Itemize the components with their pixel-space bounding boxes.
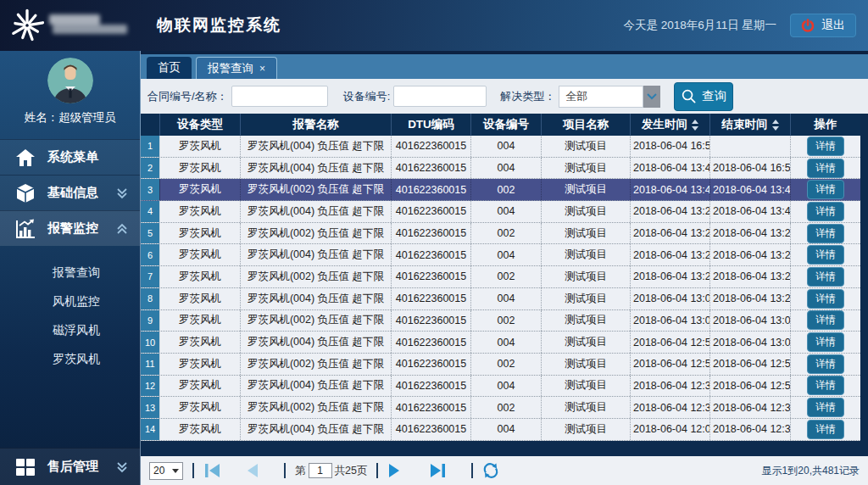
table-row[interactable]: 11 罗茨风机 罗茨风机(002) 负压值 超下限 401622360015 0… [141,354,860,376]
start-time-cell: 2018-06-04 13:4 [631,179,710,200]
device-type-cell: 罗茨风机 [160,310,241,332]
project-name-cell: 测试项目 [542,244,631,265]
sidebar-item-after-sales[interactable]: 售后管理 [0,448,140,485]
logout-button[interactable]: 退出 [790,14,856,37]
end-time-cell: 2018-06-04 13:2 [710,244,791,265]
detail-button[interactable]: 详情 [807,159,844,178]
query-button[interactable]: 查询 [674,82,733,111]
row-number: 11 [141,354,160,375]
device-code-cell: 002 [471,223,542,244]
detail-button[interactable]: 详情 [807,180,844,199]
table-row[interactable]: 6 罗茨风机 罗茨风机(004) 负压值 超下限 401622360015 00… [141,244,860,266]
table-row[interactable]: 8 罗茨风机 罗茨风机(004) 负压值 超下限 401622360015 00… [141,288,860,310]
detail-button[interactable]: 详情 [807,354,844,374]
end-time-cell: 2018-06-04 12:5 [710,354,791,375]
sidebar-subitem-alarm-query[interactable]: 报警查询 [0,258,140,287]
start-time-cell: 2018-06-04 12:3 [631,397,710,418]
device-type-cell: 罗茨风机 [160,244,241,265]
end-time-cell: 2018-06-04 13:4 [710,201,791,222]
device-code-cell: 002 [471,397,542,418]
contract-input[interactable] [231,86,328,107]
page-number-input[interactable] [309,463,332,478]
divider [284,463,286,478]
actions-cell: 详情 [791,223,860,244]
chevron-down-icon [172,469,179,473]
dtu-code-cell: 401622360015 [392,201,471,222]
device-code-cell: 004 [471,376,542,397]
detail-button[interactable]: 详情 [807,289,844,309]
page-size-select[interactable]: 20 [149,462,183,480]
device-code-cell: 002 [471,310,542,332]
alarm-name-cell: 罗茨风机(004) 负压值 超下限 [241,158,392,179]
detail-button[interactable]: 详情 [807,224,844,243]
device-type-cell: 罗茨风机 [160,354,241,375]
start-time-cell: 2018-06-04 12:5 [631,354,710,375]
search-toolbar: 合同编号/名称： 设备编号: 解决类型： 全部 查询 [141,79,868,114]
detail-button[interactable]: 详情 [807,376,844,395]
table-row[interactable]: 1 罗茨风机 罗茨风机(004) 负压值 超下限 401622360015 00… [141,136,860,158]
table-row[interactable]: 14 罗茨风机 罗茨风机(004) 负压值 超下限 401622360015 0… [141,419,860,441]
device-code-input[interactable] [393,86,487,107]
end-time-cell: 2018-06-04 13:0 [710,332,791,353]
row-number: 13 [141,397,160,418]
prev-page-button[interactable] [246,463,259,478]
column-header-end-time[interactable]: 结束时间 [710,114,791,136]
device-type-cell: 罗茨风机 [160,179,241,200]
next-page-button[interactable] [387,463,401,478]
sidebar-subitem-fan-monitor[interactable]: 风机监控 [0,287,140,315]
table-row[interactable]: 13 罗茨风机 罗茨风机(002) 负压值 超下限 401622360015 0… [141,397,860,419]
device-type-cell: 罗茨风机 [160,397,241,418]
table-row[interactable]: 3 罗茨风机 罗茨风机(002) 负压值 超下限 401622360015 00… [141,179,860,201]
project-name-cell: 测试项目 [542,179,631,200]
first-page-button[interactable] [203,463,221,478]
dtu-code-cell: 401622360015 [392,136,471,157]
detail-button[interactable]: 详情 [807,332,844,352]
alarm-name-cell: 罗茨风机(002) 负压值 超下限 [241,397,392,418]
tab-label: 首页 [158,60,181,75]
detail-button[interactable]: 详情 [807,267,844,287]
column-header-start-time[interactable]: 发生时间 [631,114,710,136]
actions-cell: 详情 [791,376,860,397]
chevron-down-icon [647,93,657,100]
table-row[interactable]: 12 罗茨风机 罗茨风机(004) 负压值 超下限 401622360015 0… [141,376,860,398]
sidebar-subitem-maglev-fan[interactable]: 磁浮风机 [0,315,140,344]
detail-button[interactable]: 详情 [807,398,844,417]
alarm-monitor-submenu: 报警查询 风机监控 磁浮风机 罗茨风机 [0,246,140,373]
tab-home[interactable]: 首页 [147,57,192,79]
project-name-cell: 测试项目 [542,354,631,375]
last-page-button[interactable] [429,463,447,478]
detail-button[interactable]: 详情 [807,202,844,221]
end-time-cell: 2018-06-04 13:4 [710,179,791,200]
alarm-name-cell: 罗茨风机(004) 负压值 超下限 [241,244,392,265]
tab-alarm-query[interactable]: 报警查询 × [196,57,277,79]
sidebar-subitem-roots-fan[interactable]: 罗茨风机 [0,344,140,373]
tab-close-icon[interactable]: × [259,64,265,74]
table-row[interactable]: 2 罗茨风机 罗茨风机(004) 负压值 超下限 401622360015 00… [141,158,860,180]
power-icon [801,19,815,32]
start-time-cell: 2018-06-04 13:2 [631,244,710,265]
start-time-cell: 2018-06-04 13:0 [631,310,710,332]
solve-type-select[interactable]: 全部 [559,86,643,108]
table-row[interactable]: 5 罗茨风机 罗茨风机(002) 负压值 超下限 401622360015 00… [141,223,860,245]
table-row[interactable]: 10 罗茨风机 罗茨风机(004) 负压值 超下限 401622360015 0… [141,332,860,354]
table-header-row: 设备类型 报警名称 DTU编码 设备编号 项目名称 发生时间 结束时间 [141,114,860,136]
table-row[interactable]: 4 罗茨风机 罗茨风机(004) 负压值 超下限 401622360015 00… [141,201,860,223]
table-row[interactable]: 7 罗茨风机 罗茨风机(002) 负压值 超下限 401622360015 00… [141,266,860,288]
select-dropdown-button[interactable] [643,86,660,108]
logout-label: 退出 [821,18,845,33]
sidebar-item-alarm-monitor[interactable]: 报警监控 [0,210,140,246]
dtu-code-cell: 401622360015 [392,419,471,440]
sidebar-item-label: 基础信息 [47,185,114,201]
table-row[interactable]: 9 罗茨风机 罗茨风机(002) 负压值 超下限 401622360015 00… [141,310,860,332]
detail-button[interactable]: 详情 [807,310,844,330]
detail-button[interactable]: 详情 [807,245,844,265]
sidebar-item-system-menu[interactable]: 系统菜单 [0,139,140,175]
sidebar-item-basic-info[interactable]: 基础信息 [0,175,140,210]
project-name-cell: 测试项目 [542,288,631,309]
device-code-cell: 004 [471,244,542,265]
device-code-cell: 004 [471,136,542,157]
refresh-button[interactable] [482,462,499,479]
detail-button[interactable]: 详情 [807,137,844,156]
detail-button[interactable]: 详情 [807,420,844,439]
tab-bar: 首页 报警查询 × [141,51,868,79]
